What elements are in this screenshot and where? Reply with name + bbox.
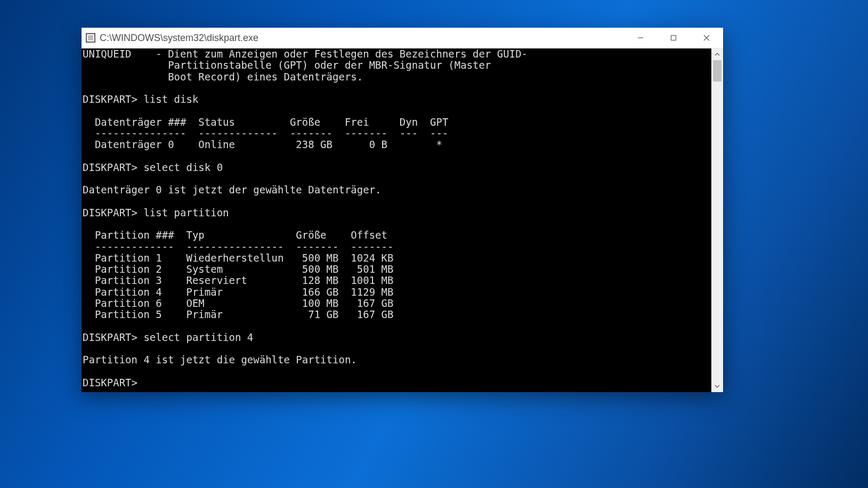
partition-table-row: Partition 4 Primär 166 GB 1129 MB — [83, 286, 393, 298]
disk-table-header: Datenträger ### Status Größe Frei Dyn GP… — [83, 116, 448, 128]
partition-table-header: Partition ### Typ Größe Offset — [83, 229, 387, 241]
maximize-button[interactable] — [657, 28, 690, 48]
prompt-line: DISKPART> select partition 4 — [83, 331, 253, 343]
prompt-line: DISKPART> — [83, 377, 143, 388]
partition-table-row: Partition 1 Wiederherstellun 500 MB 1024… — [83, 252, 393, 264]
prompt-line: DISKPART> list disk — [83, 93, 198, 105]
help-text-line: Partitionstabelle (GPT) oder der MBR-Sig… — [83, 59, 491, 71]
partition-table-row: Partition 6 OEM 100 MB 167 GB — [83, 297, 393, 309]
console-output[interactable]: UNIQUEID - Dient zum Anzeigen oder Festl… — [82, 48, 711, 392]
status-message: Datenträger 0 ist jetzt der gewählte Dat… — [83, 184, 382, 196]
status-message: Partition 4 ist jetzt die gewählte Parti… — [83, 354, 357, 365]
prompt-line: DISKPART> list partition — [83, 207, 229, 218]
scroll-down-button[interactable] — [711, 380, 723, 392]
prompt-line: DISKPART> select disk 0 — [83, 161, 223, 173]
desktop-background: C:\WINDOWS\system32\diskpart.exe UNIQUEI… — [0, 0, 868, 488]
app-icon — [86, 33, 95, 43]
vertical-scrollbar[interactable] — [711, 48, 723, 392]
close-icon — [703, 35, 710, 41]
maximize-icon — [670, 35, 677, 41]
titlebar[interactable]: C:\WINDOWS\system32\diskpart.exe — [82, 28, 723, 48]
chevron-down-icon — [715, 384, 720, 389]
disk-table-separator: --------------- ------------- ------- --… — [83, 127, 448, 139]
client-area: UNIQUEID - Dient zum Anzeigen oder Festl… — [82, 48, 723, 392]
scroll-up-button[interactable] — [711, 48, 723, 60]
partition-table-row: Partition 2 System 500 MB 501 MB — [83, 263, 393, 275]
console-window: C:\WINDOWS\system32\diskpart.exe UNIQUEI… — [82, 28, 723, 392]
partition-table-row: Partition 3 Reserviert 128 MB 1001 MB — [83, 274, 393, 286]
close-button[interactable] — [690, 28, 723, 48]
partition-table-row: Partition 5 Primär 71 GB 167 GB — [83, 308, 393, 320]
minimize-button[interactable] — [624, 28, 657, 48]
scrollbar-track[interactable] — [711, 60, 723, 380]
help-text-line: UNIQUEID - Dient zum Anzeigen oder Festl… — [83, 48, 528, 60]
chevron-up-icon — [715, 52, 720, 57]
window-title: C:\WINDOWS\system32\diskpart.exe — [100, 32, 620, 44]
window-controls — [624, 28, 723, 48]
scrollbar-thumb[interactable] — [713, 60, 721, 82]
minimize-icon — [637, 35, 644, 41]
partition-table-separator: ------------- ---------------- ------- -… — [83, 241, 393, 253]
svg-rect-1 — [671, 36, 676, 40]
help-text-line: Boot Record) eines Datenträgers. — [83, 71, 363, 83]
disk-table-row: Datenträger 0 Online 238 GB 0 B * — [83, 139, 442, 150]
